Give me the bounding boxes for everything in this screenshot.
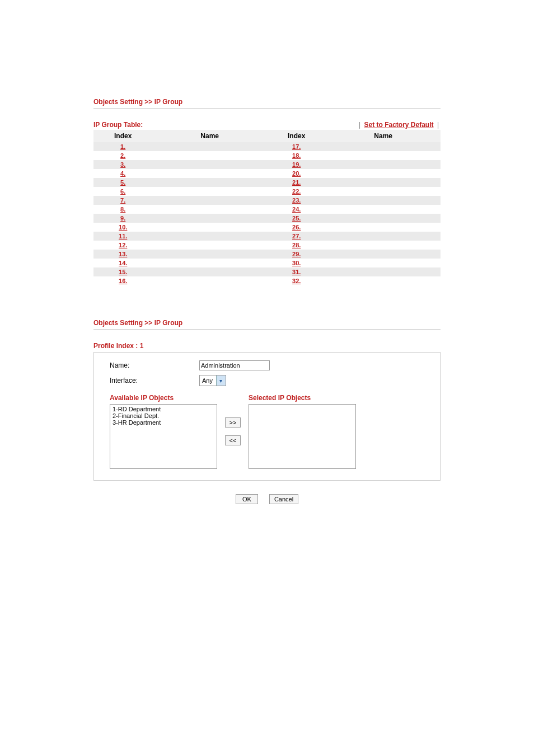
name-cell — [326, 223, 441, 232]
name-cell — [152, 169, 267, 178]
name-cell — [152, 259, 267, 267]
name-cell — [326, 151, 441, 160]
index-link[interactable]: 27. — [292, 233, 301, 240]
chevron-down-icon: ▾ — [216, 375, 226, 386]
index-link[interactable]: 3. — [120, 161, 125, 168]
name-cell — [326, 205, 441, 214]
transfer-lists: Available IP Objects 1-RD Department2-Fi… — [110, 394, 424, 469]
table-title-row: IP Group Table: | Set to Factory Default… — [93, 121, 441, 129]
name-cell — [152, 232, 267, 241]
ip-group-table-section: Objects Setting >> IP Group IP Group Tab… — [93, 98, 441, 285]
table-row: 11.27. — [93, 232, 441, 241]
table-row: 15.31. — [93, 267, 441, 276]
ok-button[interactable]: OK — [236, 494, 258, 504]
name-cell — [152, 178, 267, 187]
name-cell — [326, 232, 441, 241]
col-index-header-right: Index — [267, 130, 326, 142]
name-cell — [326, 267, 441, 276]
list-item[interactable]: 3-HR Department — [113, 419, 214, 426]
add-button[interactable]: >> — [225, 417, 241, 428]
name-cell — [152, 160, 267, 169]
list-item[interactable]: 2-Financial Dept. — [113, 412, 214, 419]
index-link[interactable]: 19. — [292, 161, 301, 168]
name-cell — [152, 276, 267, 285]
interface-select[interactable]: Any ▾ — [199, 375, 226, 386]
index-link[interactable]: 5. — [120, 179, 125, 186]
name-input[interactable] — [199, 360, 270, 370]
table-row: 2.18. — [93, 151, 441, 160]
available-label: Available IP Objects — [110, 394, 217, 402]
index-link[interactable]: 24. — [292, 206, 301, 213]
name-cell — [326, 259, 441, 267]
selected-label: Selected IP Objects — [249, 394, 356, 402]
table-row: 9.25. — [93, 214, 441, 223]
index-link[interactable]: 4. — [120, 170, 125, 177]
index-link[interactable]: 11. — [119, 233, 127, 240]
index-link[interactable]: 26. — [292, 224, 301, 231]
index-link[interactable]: 10. — [119, 224, 127, 231]
index-link[interactable]: 14. — [119, 260, 127, 266]
table-row: 8.24. — [93, 205, 441, 214]
table-row: 6.22. — [93, 187, 441, 196]
available-listbox[interactable]: 1-RD Department2-Financial Dept.3-HR Dep… — [110, 404, 217, 469]
index-link[interactable]: 9. — [120, 215, 125, 222]
index-link[interactable]: 7. — [120, 197, 125, 204]
name-cell — [152, 196, 267, 205]
col-name-header-left: Name — [152, 130, 267, 142]
index-link[interactable]: 8. — [120, 206, 125, 213]
index-link[interactable]: 30. — [292, 260, 301, 266]
index-link[interactable]: 17. — [292, 143, 301, 150]
ip-group-table: Index Name Index Name 1.17.2.18.3.19.4.2… — [93, 130, 441, 285]
name-cell — [152, 267, 267, 276]
table-row: 4.20. — [93, 169, 441, 178]
name-cell — [326, 187, 441, 196]
table-row: 3.19. — [93, 160, 441, 169]
index-link[interactable]: 32. — [292, 278, 301, 284]
index-link[interactable]: 22. — [292, 188, 301, 195]
section-title: Objects Setting >> IP Group — [93, 98, 441, 109]
name-cell — [152, 250, 267, 259]
list-item[interactable]: 1-RD Department — [113, 406, 214, 412]
name-cell — [326, 250, 441, 259]
index-link[interactable]: 6. — [120, 188, 125, 195]
name-cell — [152, 214, 267, 223]
index-link[interactable]: 21. — [292, 179, 301, 186]
index-link[interactable]: 13. — [119, 251, 127, 257]
name-label: Name: — [110, 361, 199, 369]
interface-value: Any — [202, 377, 213, 384]
name-cell — [152, 187, 267, 196]
ip-group-profile-section: Objects Setting >> IP Group Profile Inde… — [93, 319, 441, 504]
cancel-button[interactable]: Cancel — [269, 494, 298, 504]
name-cell — [152, 205, 267, 214]
index-link[interactable]: 29. — [292, 251, 301, 257]
table-label: IP Group Table: — [93, 121, 357, 129]
selected-listbox[interactable] — [249, 404, 356, 469]
name-cell — [326, 241, 441, 250]
name-cell — [326, 178, 441, 187]
index-link[interactable]: 15. — [119, 269, 127, 275]
name-cell — [326, 276, 441, 285]
table-row: 14.30. — [93, 259, 441, 267]
name-cell — [326, 214, 441, 223]
col-name-header-right: Name — [326, 130, 441, 142]
index-link[interactable]: 31. — [292, 269, 301, 275]
index-link[interactable]: 2. — [120, 152, 125, 159]
index-link[interactable]: 1. — [120, 143, 125, 150]
set-to-factory-default-link[interactable]: Set to Factory Default — [364, 121, 434, 129]
name-cell — [326, 142, 441, 151]
interface-label: Interface: — [110, 377, 199, 384]
table-row: 13.29. — [93, 250, 441, 259]
index-link[interactable]: 23. — [292, 197, 301, 204]
table-row: 16.32. — [93, 276, 441, 285]
profile-form: Name: Interface: Any ▾ Available IP Obje… — [93, 352, 441, 481]
index-link[interactable]: 18. — [292, 152, 301, 159]
index-link[interactable]: 12. — [119, 242, 127, 248]
name-cell — [152, 223, 267, 232]
remove-button[interactable]: << — [225, 435, 241, 445]
table-row: 1.17. — [93, 142, 441, 151]
index-link[interactable]: 16. — [119, 278, 127, 284]
index-link[interactable]: 28. — [292, 242, 301, 248]
index-link[interactable]: 25. — [292, 215, 301, 222]
index-link[interactable]: 20. — [292, 170, 301, 177]
col-index-header-left: Index — [93, 130, 152, 142]
